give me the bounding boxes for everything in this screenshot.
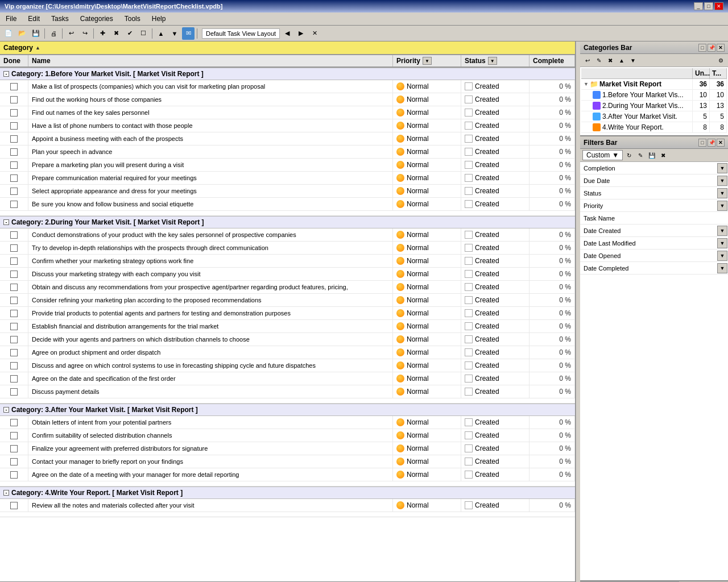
task-checkbox[interactable] <box>10 122 18 130</box>
table-row[interactable]: Contact your manager to briefly report o… <box>0 455 575 468</box>
collapse-btn-1[interactable]: - <box>3 71 9 77</box>
task-checkbox[interactable] <box>10 375 18 383</box>
table-row[interactable]: Confirm suitability of selected distribu… <box>0 429 575 442</box>
task-checkbox[interactable] <box>10 419 18 426</box>
task-checkbox[interactable] <box>10 336 18 343</box>
category-row-2[interactable]: - Category: 2.During Your Market Visit. … <box>0 216 575 228</box>
task-checkbox[interactable] <box>10 471 18 479</box>
task-checkbox[interactable] <box>10 323 18 330</box>
table-row[interactable]: Obtain and discuss any recommendations f… <box>0 281 575 294</box>
status-filter-btn[interactable]: ▼ <box>488 57 497 65</box>
task-checkbox[interactable] <box>10 188 18 195</box>
table-row[interactable]: Discuss and agree on which control syste… <box>0 359 575 372</box>
close-button[interactable]: ✕ <box>714 2 723 10</box>
tree-row-cat2[interactable]: 2.During Your Market Vis... 13 13 <box>581 101 727 111</box>
new-btn[interactable]: 📄 <box>2 27 15 40</box>
email-btn[interactable]: ✉ <box>182 27 195 40</box>
cat-edit-btn[interactable]: ✎ <box>594 55 604 65</box>
category-row-1[interactable]: - Category: 1.Before Your Market Visit. … <box>0 68 575 80</box>
move-down-btn[interactable]: ▼ <box>168 27 181 40</box>
filter-dropdown-btn-6[interactable]: ▼ <box>717 238 727 248</box>
task-checkbox[interactable] <box>10 349 18 356</box>
category-header-bar[interactable]: Category ▲ <box>0 41 575 55</box>
task-checkbox[interactable] <box>10 458 18 465</box>
filter-dropdown-btn-8[interactable]: ▼ <box>717 263 727 273</box>
cat-up-btn[interactable]: ▲ <box>617 55 627 65</box>
tree-row-cat1[interactable]: 1.Before Your Market Vis... 10 10 <box>581 90 727 101</box>
table-row[interactable]: Conduct demonstrations of your product w… <box>0 228 575 242</box>
uncheck-btn[interactable]: ☐ <box>137 27 150 40</box>
task-checkbox[interactable] <box>10 284 18 291</box>
table-row[interactable]: Establish financial and distribution arr… <box>0 320 575 333</box>
filters-panel-pin-btn[interactable]: 📌 <box>708 139 715 147</box>
task-scroll-area[interactable]: - Category: 1.Before Your Market Visit. … <box>0 68 575 581</box>
filter-edit-btn[interactable]: ✎ <box>635 150 646 160</box>
save-btn[interactable]: 💾 <box>30 27 42 40</box>
redo-btn[interactable]: ↪ <box>78 27 91 40</box>
cat-panel-pin-btn[interactable]: 📌 <box>708 44 715 52</box>
task-checkbox[interactable] <box>10 502 18 509</box>
table-row[interactable]: Find out names of the key sales personne… <box>0 106 575 119</box>
move-up-btn[interactable]: ▲ <box>155 27 167 40</box>
collapse-btn-4[interactable]: - <box>3 490 9 496</box>
window-controls[interactable]: _ □ ✕ <box>694 2 723 10</box>
menu-file[interactable]: File <box>2 14 20 24</box>
table-row[interactable]: Consider refining your marketing plan ac… <box>0 294 575 307</box>
table-row[interactable]: Review all the notes and materials colle… <box>0 499 575 512</box>
menu-edit[interactable]: Edit <box>24 14 43 24</box>
cat-new-btn[interactable]: ↩ <box>582 55 593 65</box>
task-checkbox[interactable] <box>10 388 18 396</box>
table-row[interactable]: Provide trial products to potential agen… <box>0 307 575 320</box>
task-checkbox[interactable] <box>10 432 18 439</box>
table-row[interactable]: Plan your speech in advance Normal Creat… <box>0 146 575 159</box>
check-btn[interactable]: ✔ <box>123 27 136 40</box>
menu-tools[interactable]: Tools <box>121 14 144 24</box>
task-checkbox[interactable] <box>10 83 18 90</box>
layout-next-btn[interactable]: ▶ <box>295 27 307 40</box>
task-checkbox[interactable] <box>10 362 18 369</box>
task-checkbox[interactable] <box>10 148 18 156</box>
table-row[interactable]: Obtain letters of intent from your poten… <box>0 416 575 429</box>
table-row[interactable]: Decide with your agents and partners on … <box>0 333 575 346</box>
filter-dropdown-btn-5[interactable]: ▼ <box>717 226 727 236</box>
table-row[interactable]: Appoint a business meeting with each of … <box>0 132 575 146</box>
table-row[interactable]: Discuss your marketing strategy with eac… <box>0 268 575 281</box>
task-checkbox[interactable] <box>10 231 18 239</box>
layout-close-btn[interactable]: ✕ <box>308 27 321 40</box>
table-row[interactable]: Agree on the date of a meeting with your… <box>0 468 575 481</box>
task-checkbox[interactable] <box>10 174 18 182</box>
table-row[interactable]: Try to develop in-depth relationships wi… <box>0 242 575 255</box>
collapse-btn-2[interactable]: - <box>3 219 9 225</box>
table-row[interactable]: Confirm whether your marketing strategy … <box>0 255 575 268</box>
task-checkbox[interactable] <box>10 445 18 452</box>
task-checkbox[interactable] <box>10 257 18 265</box>
task-checkbox[interactable] <box>10 96 18 103</box>
filter-delete-btn[interactable]: ✖ <box>658 150 668 160</box>
maximize-button[interactable]: □ <box>704 2 713 10</box>
tree-row-cat4[interactable]: 4.Write Your Report. 8 8 <box>581 122 727 133</box>
layout-dropdown[interactable]: Default Task View Layout <box>202 28 280 39</box>
menu-categories[interactable]: Categories <box>77 14 117 24</box>
delete-btn[interactable]: ✖ <box>110 27 122 40</box>
tree-row-cat3[interactable]: 3.After Your Market Visit. 5 5 <box>581 111 727 122</box>
filter-dropdown-btn-7[interactable]: ▼ <box>717 251 727 261</box>
table-row[interactable]: Finalize your agreement with preferred d… <box>0 442 575 455</box>
cat-delete-btn[interactable]: ✖ <box>605 55 615 65</box>
task-checkbox[interactable] <box>10 201 18 208</box>
task-checkbox[interactable] <box>10 135 18 143</box>
undo-btn[interactable]: ↩ <box>65 27 77 40</box>
category-row-4[interactable]: - Category: 4.Write Your Report. [ Marke… <box>0 487 575 499</box>
filters-panel-close-btn[interactable]: ✕ <box>717 139 725 147</box>
table-row[interactable]: Select appropriate appearance and dress … <box>0 185 575 198</box>
panel-divider[interactable] <box>576 41 580 582</box>
table-row[interactable]: Have a list of phone numbers to contact … <box>0 119 575 132</box>
filter-refresh-btn[interactable]: ↻ <box>624 150 634 160</box>
filter-save-btn[interactable]: 💾 <box>647 150 657 160</box>
table-row[interactable]: Be sure you know and follow business and… <box>0 198 575 211</box>
task-checkbox[interactable] <box>10 109 18 117</box>
cat-panel-close-btn[interactable]: ✕ <box>717 44 725 52</box>
task-checkbox[interactable] <box>10 271 18 278</box>
add-task-btn[interactable]: ✚ <box>96 27 109 40</box>
cat-down-btn[interactable]: ▼ <box>628 55 638 65</box>
filters-panel-restore-btn[interactable]: □ <box>698 139 706 147</box>
